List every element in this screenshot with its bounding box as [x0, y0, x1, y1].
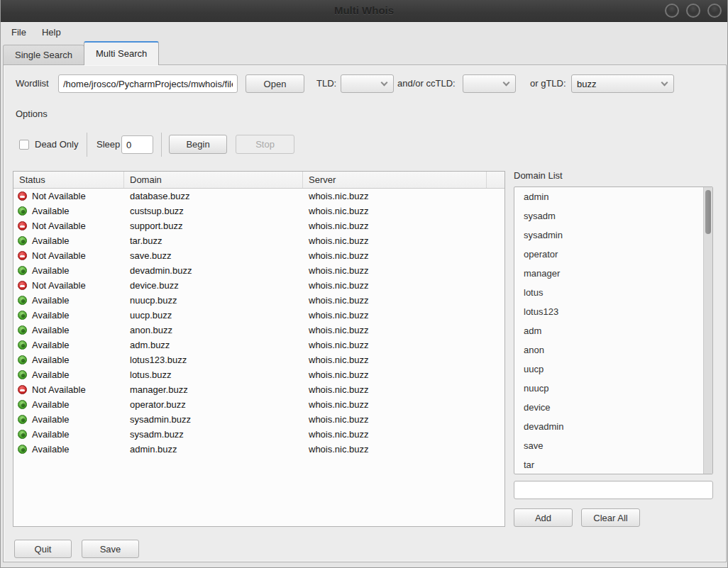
available-icon [18, 266, 27, 275]
scrollbar-thumb[interactable] [705, 190, 711, 234]
minimize-icon[interactable] [665, 4, 679, 18]
close-icon[interactable] [707, 4, 722, 18]
not-available-icon [18, 221, 27, 230]
save-button[interactable]: Save [82, 540, 139, 558]
table-row[interactable]: Available devadmin.buzz whois.nic.buzz [13, 263, 504, 278]
available-icon [18, 415, 27, 424]
list-item[interactable]: admin [514, 187, 712, 206]
server-cell: whois.nic.buzz [303, 355, 487, 365]
window-title: Multi Whois [1, 4, 727, 16]
results-table: Status Domain Server Not Available datab… [13, 171, 505, 527]
available-icon [18, 311, 27, 320]
server-cell: whois.nic.buzz [303, 191, 487, 201]
column-header-domain[interactable]: Domain [124, 172, 303, 188]
status-cell: Available [13, 444, 124, 455]
table-row[interactable]: Available sysadm.buzz whois.nic.buzz [13, 427, 504, 442]
tab-bar: Single Search Multi Search [3, 43, 158, 65]
list-item[interactable]: lotus [514, 283, 712, 302]
table-row[interactable]: Available nuucp.buzz whois.nic.buzz [13, 293, 504, 308]
cctld-select[interactable] [463, 74, 516, 93]
server-cell: whois.nic.buzz [303, 369, 487, 380]
table-row[interactable]: Not Available database.buzz whois.nic.bu… [13, 189, 504, 204]
list-item[interactable]: devadmin [514, 417, 712, 436]
table-row[interactable]: Not Available manager.buzz whois.nic.buz… [13, 382, 504, 397]
menu-help[interactable]: Help [35, 24, 67, 40]
domain-list-scrollbar[interactable] [703, 187, 712, 474]
list-item[interactable]: device [514, 398, 712, 417]
server-cell: whois.nic.buzz [303, 235, 487, 246]
status-cell: Available [13, 295, 124, 306]
domain-list-label: Domain List [514, 167, 563, 185]
sleep-input[interactable] [121, 135, 153, 154]
tab-multi-search[interactable]: Multi Search [84, 41, 159, 65]
results-table-header: Status Domain Server [13, 172, 504, 189]
list-item[interactable]: save [514, 436, 712, 455]
menu-file[interactable]: File [5, 24, 33, 40]
list-item[interactable]: sysadm [514, 206, 712, 225]
status-text: Available [32, 355, 70, 365]
status-cell: Available [13, 325, 124, 335]
status-cell: Not Available [13, 250, 124, 261]
list-item[interactable]: anon [514, 340, 712, 360]
table-row[interactable]: Not Available support.buzz whois.nic.buz… [13, 218, 504, 233]
server-cell: whois.nic.buzz [303, 280, 487, 291]
available-icon [18, 340, 27, 350]
begin-button[interactable]: Begin [169, 135, 227, 154]
table-row[interactable]: Available admin.buzz whois.nic.buzz [13, 442, 504, 457]
wordlist-input[interactable] [58, 74, 238, 93]
app-window: Multi Whois File Help Single Search Mult… [0, 0, 728, 568]
server-cell: whois.nic.buzz [303, 325, 487, 335]
separator [161, 133, 162, 157]
status-text: Not Available [32, 384, 86, 395]
table-row[interactable]: Available custsup.buzz whois.nic.buzz [13, 204, 504, 218]
chevron-down-icon [381, 79, 388, 87]
table-row[interactable]: Not Available device.buzz whois.nic.buzz [13, 278, 504, 293]
list-item[interactable]: adm [514, 321, 712, 340]
domain-list[interactable]: admin sysadm sysadmin operator manager l… [514, 186, 713, 474]
list-item[interactable]: lotus123 [514, 302, 712, 321]
titlebar[interactable]: Multi Whois [1, 0, 727, 22]
table-row[interactable]: Not Available save.buzz whois.nic.buzz [13, 248, 504, 263]
table-row[interactable]: Available operator.buzz whois.nic.buzz [13, 397, 504, 412]
status-text: Available [32, 399, 70, 410]
list-item[interactable]: nuucp [514, 379, 712, 398]
status-text: Not Available [32, 280, 86, 291]
dead-only-checkbox[interactable] [19, 140, 29, 150]
domain-cell: operator.buzz [124, 399, 303, 410]
clear-all-button[interactable]: Clear All [581, 508, 640, 527]
open-button[interactable]: Open [246, 74, 304, 93]
status-text: Not Available [32, 221, 86, 231]
list-item[interactable]: tar [514, 455, 712, 474]
available-icon [18, 325, 27, 335]
quit-button[interactable]: Quit [14, 540, 72, 558]
list-item[interactable]: uucp [514, 360, 712, 379]
domain-cell: sysadmin.buzz [124, 414, 303, 425]
dead-only-label: Dead Only [35, 135, 78, 154]
table-row[interactable]: Available sysadmin.buzz whois.nic.buzz [13, 412, 504, 427]
menubar: File Help [1, 23, 727, 41]
table-row[interactable]: Available anon.buzz whois.nic.buzz [13, 323, 504, 338]
add-button[interactable]: Add [514, 508, 573, 527]
status-text: Available [32, 295, 70, 306]
column-header-status[interactable]: Status [13, 172, 124, 188]
table-row[interactable]: Available lotus.buzz whois.nic.buzz [13, 367, 504, 382]
available-icon [18, 355, 27, 364]
list-item[interactable]: sysadmin [514, 225, 712, 245]
tld-select[interactable] [341, 74, 394, 93]
table-row[interactable]: Available uucp.buzz whois.nic.buzz [13, 308, 504, 323]
tab-single-search[interactable]: Single Search [3, 45, 84, 65]
table-row[interactable]: Available lotus123.buzz whois.nic.buzz [13, 352, 504, 367]
table-row[interactable]: Available adm.buzz whois.nic.buzz [13, 338, 504, 352]
list-item[interactable]: operator [514, 245, 712, 264]
stop-button[interactable]: Stop [236, 135, 294, 154]
status-cell: Available [13, 429, 124, 440]
domain-cell: save.buzz [124, 250, 303, 261]
column-header-server[interactable]: Server [303, 172, 487, 188]
cctld-label: and/or ccTLD: [397, 74, 456, 93]
list-item[interactable]: manager [514, 264, 712, 283]
add-domain-input[interactable] [514, 481, 713, 499]
status-cell: Not Available [13, 221, 124, 231]
gtld-select[interactable]: buzz [571, 74, 674, 93]
table-row[interactable]: Available tar.buzz whois.nic.buzz [13, 233, 504, 248]
maximize-icon[interactable] [686, 4, 700, 18]
